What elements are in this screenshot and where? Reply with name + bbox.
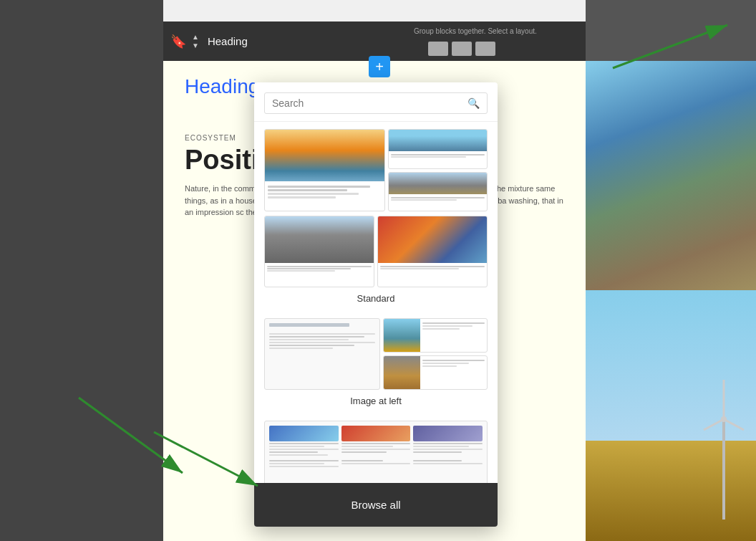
standard-thumb-br[interactable] [388,172,488,212]
search-wrapper[interactable]: 🔍 [264,92,488,114]
block-picker-popup: 🔍 [254,82,498,527]
toolbar-arrows[interactable]: ▲ ▼ [192,33,199,50]
arrow-browse-all-icon [147,425,268,497]
layout-icons [428,42,495,56]
small-image-thumb[interactable] [264,421,488,483]
arrow-right-icon [606,18,749,75]
toolbar: 🔖 ▲ ▼ Heading Group blocks together. Sel… [163,21,586,61]
up-arrow-icon[interactable]: ▲ [192,33,199,42]
img-left-thumb-1[interactable] [264,318,380,390]
bookmark-icon: 🔖 [170,34,186,49]
image-at-left-label: Image at left [264,396,488,406]
layout-hint: Group blocks together. Select a layout. [414,27,537,35]
top-bar [163,0,586,21]
standard-label: Standard [264,293,488,304]
svg-rect-0 [722,419,725,520]
search-icon: 🔍 [467,97,480,109]
img-left-thumb-2[interactable] [383,318,488,353]
popup-content[interactable]: Standard [254,122,498,483]
standard-thumb-tr[interactable] [388,129,488,169]
popup-footer: Browse all [254,483,498,527]
plus-button[interactable]: + [369,56,390,77]
down-arrow-icon[interactable]: ▼ [192,42,199,50]
svg-line-6 [613,25,727,68]
svg-line-10 [154,432,258,486]
right-landscape-image [586,61,756,290]
popup-search-section: 🔍 [254,82,498,122]
standard-road-thumb[interactable] [264,216,374,287]
svg-line-4 [704,419,724,430]
layout-icon-2[interactable] [452,42,472,56]
toolbar-heading-label: Heading [208,35,248,47]
standard-aerial-thumb[interactable] [377,216,488,287]
img-left-thumb-3[interactable] [383,355,488,390]
search-input[interactable] [272,97,467,109]
layout-icon-1[interactable] [428,42,448,56]
block-standard[interactable]: Standard [264,129,488,304]
svg-line-3 [724,419,744,430]
block-image-at-left[interactable]: Image at left [264,318,488,406]
right-wind-image [586,290,756,541]
block-small-image-title[interactable]: Small image and title [264,421,488,483]
browse-all-button[interactable]: Browse all [263,492,489,518]
wind-turbine-icon [702,376,745,520]
right-images [586,61,756,541]
layout-icon-3[interactable] [475,42,495,56]
standard-thumb-large[interactable] [264,129,385,211]
